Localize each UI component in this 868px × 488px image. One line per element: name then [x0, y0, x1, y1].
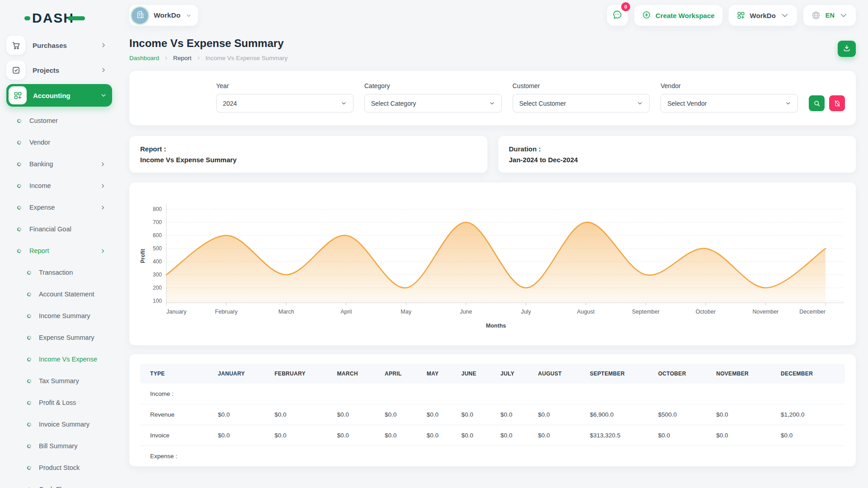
- widget-icon: [9, 86, 27, 104]
- sidebar-item-bill-summary[interactable]: Bill Summary: [6, 435, 112, 457]
- chevron-down-icon: [780, 11, 789, 20]
- profit-area-chart: 800700600500400300200100JanuaryFebruaryM…: [138, 189, 847, 343]
- sidebar-item-label: Report: [29, 247, 49, 254]
- workspace-menu-button[interactable]: WorkDo: [729, 5, 797, 26]
- cell-value: $0.0: [427, 425, 462, 446]
- page-title: Income Vs Expense Summary: [129, 37, 288, 50]
- bullet-icon: [17, 140, 22, 145]
- sidebar-item-expense[interactable]: Expense: [6, 197, 112, 218]
- cell-value: $0.0: [538, 425, 590, 446]
- chevron-down-icon: [341, 100, 347, 106]
- col-header-january: JANUARY: [218, 364, 274, 384]
- x-tick-label: February: [215, 309, 238, 315]
- select-value: Select Customer: [519, 100, 566, 107]
- cell-value: $0.0: [385, 404, 427, 425]
- cell-value: $6,900.0: [590, 404, 658, 425]
- select-vendor[interactable]: Select Vendor: [660, 94, 798, 113]
- sidebar-item-label: Accounting: [33, 92, 71, 99]
- cell-value: $0.0: [218, 425, 274, 446]
- bullet-icon: [27, 357, 32, 362]
- sidebar-item-transaction[interactable]: Transaction: [6, 262, 112, 283]
- chevron-right-icon: [100, 183, 106, 189]
- chart-card: 800700600500400300200100JanuaryFebruaryM…: [129, 183, 856, 345]
- cell-value: $1,200.0: [781, 404, 845, 425]
- y-tick-label: 700: [153, 219, 162, 225]
- select-value: 2024: [223, 100, 237, 107]
- sidebar-item-income-vs-expense[interactable]: Income Vs Expense: [6, 348, 112, 370]
- brand-logo[interactable]: DASH: [6, 6, 117, 30]
- table-row-income: Income :: [140, 384, 845, 404]
- breadcrumb-report[interactable]: Report: [173, 55, 192, 61]
- x-tick-label: August: [577, 309, 594, 315]
- globe-icon: [811, 10, 821, 20]
- language-selector[interactable]: EN: [803, 5, 856, 26]
- sidebar-item-account-statement[interactable]: Account Statement: [6, 283, 112, 305]
- sidebar-item-banking[interactable]: Banking: [6, 153, 112, 175]
- sidebar-item-purchases[interactable]: Purchases: [6, 34, 112, 56]
- search-button[interactable]: [809, 95, 825, 111]
- bullet-icon: [17, 183, 22, 188]
- x-tick-label: December: [799, 309, 826, 315]
- sidebar-item-projects[interactable]: Projects: [6, 59, 112, 81]
- x-tick-label: May: [401, 309, 411, 315]
- messages-button[interactable]: 0: [607, 5, 628, 26]
- filter-field-year: Year2024: [216, 82, 354, 113]
- y-tick-label: 300: [153, 272, 162, 278]
- cell-value: $0.0: [337, 425, 384, 446]
- reset-button[interactable]: [829, 95, 845, 111]
- sidebar-item-customer[interactable]: Customer: [6, 110, 112, 131]
- y-tick-label: 400: [153, 258, 162, 265]
- sidebar-item-label: Income: [29, 182, 51, 189]
- sidebar-item-vendor[interactable]: Vendor: [6, 131, 112, 153]
- breadcrumb-current: Income Vs Expense Summary: [206, 55, 288, 61]
- sidebar-nav: PurchasesProjectsAccountingCustomerVendo…: [6, 34, 112, 488]
- col-header-may: MAY: [427, 364, 462, 384]
- col-header-july: JULY: [500, 364, 538, 384]
- app-root: DASH PurchasesProjectsAccountingCustomer…: [0, 0, 868, 488]
- bullet-icon: [27, 444, 32, 449]
- sidebar-item-cash-flow[interactable]: Cash Flow: [6, 479, 112, 488]
- sidebar-item-label: Customer: [29, 117, 58, 124]
- cell-value: $313,320.5: [590, 425, 658, 446]
- sidebar-item-label: Profit & Loss: [39, 399, 76, 406]
- table-header-row: TYPEJANUARYFEBRUARYMARCHAPRILMAYJUNEJULY…: [140, 364, 845, 384]
- card-title: Report :: [140, 145, 476, 153]
- filter-actions: [809, 95, 845, 113]
- cell-value: $0.0: [658, 425, 716, 446]
- summary-cards-row: Report :Income Vs Expense SummaryDuratio…: [129, 136, 856, 173]
- sidebar-item-product-stock[interactable]: Product Stock: [6, 457, 112, 479]
- sidebar-item-label: Tax Summary: [39, 377, 79, 385]
- select-customer[interactable]: Select Customer: [513, 94, 650, 113]
- section-label: Income :: [140, 384, 845, 404]
- select-category[interactable]: Select Category: [364, 94, 502, 113]
- sidebar-item-expense-summary[interactable]: Expense Summary: [6, 327, 112, 348]
- sidebar-item-accounting[interactable]: Accounting: [6, 84, 112, 107]
- chevron-right-icon: [100, 205, 106, 211]
- cell-value: $0.0: [337, 404, 384, 425]
- select-year[interactable]: 2024: [216, 94, 354, 113]
- x-tick-label: October: [696, 309, 716, 315]
- download-button[interactable]: [838, 41, 856, 57]
- col-header-april: APRIL: [385, 364, 427, 384]
- sidebar-item-report[interactable]: Report: [6, 240, 112, 262]
- x-tick-label: April: [340, 309, 352, 315]
- chat-icon: [612, 9, 623, 22]
- create-workspace-button[interactable]: Create Workspace: [634, 5, 722, 26]
- y-tick-label: 200: [153, 285, 162, 291]
- sidebar-item-income-summary[interactable]: Income Summary: [6, 305, 112, 327]
- brand-logo-text: DASH: [24, 10, 85, 26]
- sidebar-item-profit-loss[interactable]: Profit & Loss: [6, 392, 112, 413]
- workspace-switcher[interactable]: WorkDo: [129, 5, 198, 26]
- filter-label: Category: [364, 82, 502, 89]
- sidebar-item-income[interactable]: Income: [6, 175, 112, 197]
- chevron-right-icon: [100, 161, 106, 167]
- breadcrumb-dashboard[interactable]: Dashboard: [129, 55, 159, 61]
- y-axis-title: Profit: [140, 249, 146, 263]
- sidebar-item-tax-summary[interactable]: Tax Summary: [6, 370, 112, 392]
- chevron-down-icon: [839, 11, 848, 20]
- sidebar-item-financial-goal[interactable]: Financial Goal: [6, 218, 112, 240]
- chevron-down-icon: [785, 100, 791, 106]
- sidebar-item-invoice-summary[interactable]: Invoice Summary: [6, 413, 112, 435]
- cell-value: $0.0: [781, 425, 845, 446]
- bullet-icon: [27, 400, 32, 405]
